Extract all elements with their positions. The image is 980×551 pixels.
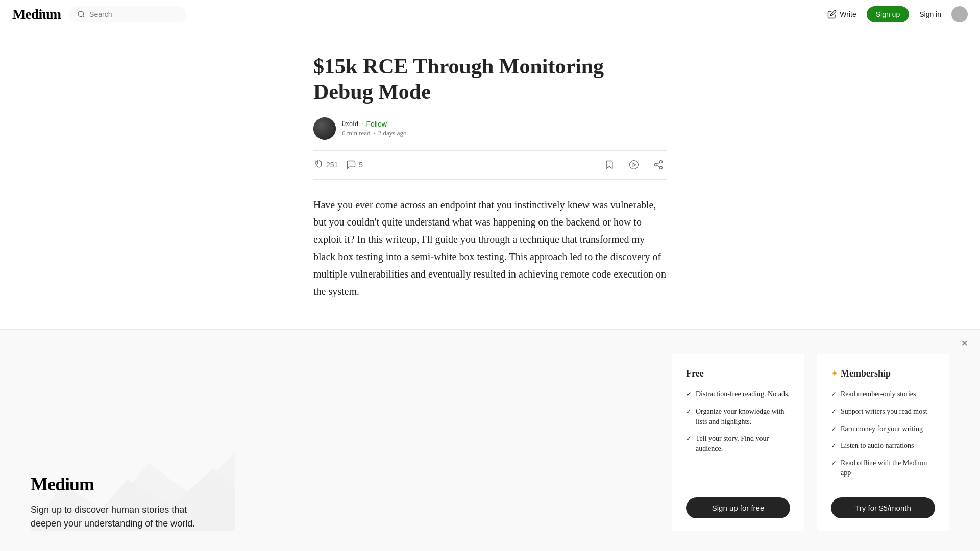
search-bar[interactable] [69, 6, 186, 22]
meta-dot: · [374, 129, 375, 137]
write-button[interactable]: Write [827, 10, 856, 19]
signup-button[interactable]: Sign up [867, 6, 909, 22]
svg-line-8 [657, 162, 660, 164]
read-time: 6 min read [342, 129, 371, 137]
signin-button[interactable]: Sign in [919, 10, 941, 18]
published-time: 2 days ago [378, 129, 407, 137]
save-button[interactable] [601, 157, 618, 173]
author-dot: · [361, 120, 363, 128]
avatar[interactable] [951, 6, 968, 22]
author-info: 0xold · Follow 6 min read · 2 days ago [342, 120, 406, 137]
article-meta: 6 min read · 2 days ago [342, 129, 406, 137]
svg-point-0 [78, 11, 84, 17]
bookmark-icon [604, 160, 615, 170]
author-name[interactable]: 0xold [342, 120, 358, 128]
svg-point-5 [655, 163, 657, 166]
action-bar-left: 251 5 [313, 160, 363, 170]
follow-button[interactable]: Follow [366, 120, 386, 128]
action-bar: 251 5 [313, 150, 667, 180]
svg-line-7 [657, 165, 660, 167]
claps-button[interactable]: 251 [313, 160, 338, 170]
listen-button[interactable] [626, 157, 642, 173]
svg-line-1 [83, 16, 84, 17]
author-row: 0xold · Follow 6 min read · 2 days ago [313, 117, 667, 140]
action-bar-right [601, 157, 667, 173]
header-left: Medium [12, 6, 186, 22]
article-body: Have you ever come across an endpoint th… [313, 196, 667, 300]
header: Medium Write Sign up Sign in [0, 0, 980, 29]
header-right: Write Sign up Sign in [827, 6, 968, 22]
search-input[interactable] [89, 10, 178, 18]
edit-icon [827, 10, 837, 19]
medium-logo[interactable]: Medium [12, 6, 61, 22]
svg-point-6 [660, 166, 663, 169]
article-title: $15k RCE Through Monitoring Debug Mode [313, 54, 667, 105]
share-button[interactable] [650, 157, 667, 173]
author-avatar[interactable] [313, 117, 336, 140]
comments-button[interactable]: 5 [346, 160, 363, 170]
comment-icon [346, 160, 356, 170]
search-icon [77, 10, 85, 18]
svg-marker-3 [633, 163, 635, 166]
signup-modal: × 01001 10110 01010 11001 00110 10101 10… [0, 329, 980, 330]
share-icon [653, 160, 664, 170]
svg-point-2 [630, 160, 639, 169]
claps-count: 251 [326, 161, 338, 169]
play-icon [629, 160, 639, 170]
clap-icon [313, 160, 324, 170]
comments-count: 5 [359, 161, 363, 169]
author-name-row: 0xold · Follow [342, 120, 406, 128]
main-content: $15k RCE Through Monitoring Debug Mode 0… [301, 29, 679, 331]
svg-point-4 [660, 160, 663, 163]
write-label: Write [840, 10, 856, 18]
